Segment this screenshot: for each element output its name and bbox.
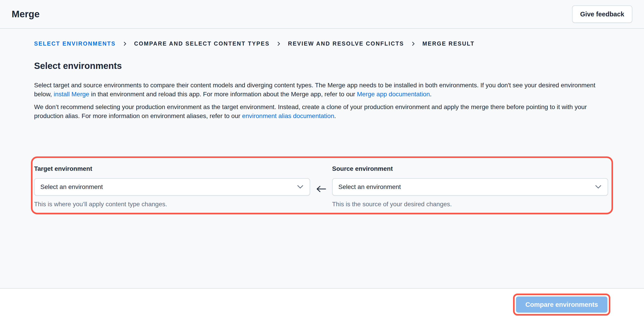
intro-text: .: [430, 91, 432, 98]
install-merge-link[interactable]: install Merge: [54, 91, 89, 98]
intro-paragraph: Select target and source environments to…: [34, 81, 610, 99]
source-environment-helper: This is the source of your desired chang…: [332, 201, 608, 208]
target-environment-field: Target environment Select an environment…: [34, 164, 310, 208]
compare-environments-button[interactable]: Compare environments: [516, 296, 608, 313]
recommendation-paragraph: We don’t recommend selecting your produc…: [34, 103, 610, 121]
target-environment-label: Target environment: [34, 165, 310, 172]
page-title: Select environments: [34, 61, 610, 71]
main-content: Select environments Compare and select c…: [0, 29, 644, 288]
source-environment-select[interactable]: Select an environment: [332, 178, 608, 196]
environment-selection-highlight: Target environment Select an environment…: [31, 156, 613, 214]
step-review-conflicts: Review and resolve conflicts: [288, 40, 404, 47]
chevron-right-icon: [276, 41, 281, 46]
chevron-down-icon: [595, 185, 602, 189]
app-header: Merge Give feedback: [0, 0, 644, 29]
target-environment-select-value: Select an environment: [40, 183, 103, 191]
step-merge-result: Merge result: [422, 40, 475, 47]
compare-button-highlight: Compare environments: [513, 293, 610, 315]
target-environment-helper: This is where you’ll apply content type …: [34, 201, 310, 208]
stepper: Select environments Compare and select c…: [34, 40, 610, 47]
give-feedback-button[interactable]: Give feedback: [572, 6, 632, 23]
merge-app-documentation-link[interactable]: Merge app documentation: [357, 91, 430, 98]
app-title: Merge: [12, 9, 40, 20]
chevron-right-icon: [411, 41, 416, 46]
recommendation-text: .: [334, 112, 336, 119]
arrow-left-icon: [316, 185, 326, 193]
environment-alias-documentation-link[interactable]: environment alias documentation: [242, 112, 334, 119]
target-environment-select[interactable]: Select an environment: [34, 178, 310, 196]
merge-direction-arrow: [310, 185, 332, 193]
step-compare-content-types: Compare and select content types: [134, 40, 270, 47]
chevron-down-icon: [297, 185, 304, 189]
source-environment-field: Source environment Select an environment…: [332, 164, 608, 208]
intro-text: in that environment and reload this app.…: [89, 91, 357, 98]
source-environment-label: Source environment: [332, 165, 608, 172]
source-environment-select-value: Select an environment: [338, 183, 401, 191]
step-select-environments[interactable]: Select environments: [34, 40, 116, 47]
chevron-right-icon: [122, 41, 127, 46]
merge-app: Merge Give feedback Select environments …: [0, 0, 644, 316]
footer-action-bar: Compare environments: [0, 288, 644, 316]
